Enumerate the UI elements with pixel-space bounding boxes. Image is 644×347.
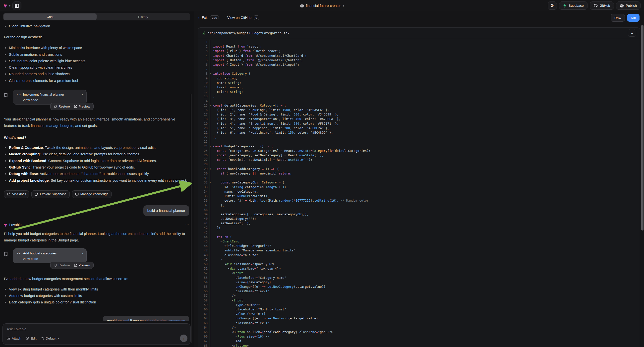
message-more-button[interactable]: ⋯ [185, 222, 189, 227]
preview-button[interactable]: Preview [74, 263, 90, 267]
line-number: 41 [198, 221, 210, 226]
exit-button[interactable]: ‹ Exit ESC [198, 16, 219, 20]
view-code-link[interactable]: View code [23, 98, 83, 102]
chat-scrollbar[interactable] [191, 94, 192, 343]
fold-toggle-icon[interactable]: ∨ [210, 144, 211, 148]
code-line: 42 }; [198, 226, 640, 230]
bookmark-icon[interactable] [4, 248, 13, 258]
bullet-item: Add project knowledge: Set key context o… [4, 177, 189, 184]
fold-toggle-icon[interactable]: ∨ [210, 103, 211, 108]
code-line: 19 { id: '4', name: 'Entertainment', lim… [198, 122, 640, 126]
send-button[interactable]: ↑ [180, 334, 188, 342]
sliders-icon [41, 337, 44, 340]
code-panel-header: ‹ Exit ESC View on GitHub G Raw Diff [194, 12, 644, 24]
project-switcher[interactable]: financial-future-creator ▾ [300, 0, 344, 12]
model-selector[interactable]: Default ▾ [41, 336, 59, 340]
fold-toggle-icon[interactable]: ∨ [210, 180, 211, 185]
line-number: 20 [198, 126, 210, 130]
code-line: 40 setNewCategory(''); [198, 216, 640, 221]
file-header: src/components/budget/BudgetCategories.t… [198, 28, 640, 38]
view-code-link[interactable]: View code [23, 257, 83, 260]
line-number: 9 [198, 76, 210, 81]
code-icon: <> [17, 93, 21, 96]
chevron-right-icon: › [82, 252, 83, 255]
raw-toggle-button[interactable]: Raw [611, 14, 625, 22]
line-number: 59 [198, 303, 210, 307]
explore-supabase-button[interactable]: Explore Supabase [31, 190, 70, 198]
code-panel: ‹ Exit ESC View on GitHub G Raw Diff src… [194, 12, 644, 347]
code-editor[interactable]: 1 2import React from 'react';3import { P… [198, 38, 640, 347]
line-number: 49 [198, 258, 210, 262]
preview-button[interactable]: Preview [74, 104, 90, 108]
code-line: 8∨interface Category { [198, 72, 640, 76]
chat-scroll-area[interactable]: Clean, intuitive navigation For the desi… [0, 22, 193, 321]
code-line: 68 </Button> [198, 344, 640, 347]
line-number: 42 [198, 226, 210, 230]
bookmark-icon[interactable] [4, 90, 13, 98]
composer[interactable]: Ask Lovable... Attach Edit Default ▾ ↑ [2, 323, 191, 345]
manage-knowledge-button[interactable]: Manage knowledge [72, 190, 112, 198]
code-line: 2import React from 'react'; [198, 44, 640, 49]
edit-card-implement-financial-planner[interactable]: <> Implement financial planner › View co… [13, 90, 87, 104]
line-number: 67 [198, 339, 210, 343]
code-line: 31 [198, 176, 640, 180]
settings-button[interactable]: ⚙ [548, 2, 557, 10]
chevron-down-icon: ▾ [343, 4, 344, 8]
assistant-header: ♥ Lovable ⋯ [4, 222, 189, 228]
chat-panel: Chat History Clean, intuitive navigation… [0, 12, 194, 347]
fold-toggle-icon[interactable]: ∨ [210, 167, 211, 171]
attach-button[interactable]: Attach [7, 336, 21, 340]
line-number: 26 [198, 153, 210, 158]
composer-input[interactable]: Ask Lovable... [7, 327, 187, 331]
line-number: 11 [198, 85, 210, 90]
fold-toggle-icon[interactable]: ∨ [210, 72, 211, 76]
code-line: 5import { Button } from '@/components/ui… [198, 58, 640, 62]
edit-card-add-budget-categories[interactable]: <> Add budget categories › View code [13, 248, 87, 263]
chevron-down-icon[interactable]: ▾ [9, 4, 10, 8]
github-button[interactable]: GitHub [590, 2, 614, 10]
line-number: 61 [198, 312, 210, 316]
bullet-item: Rounded corners and subtle shadows [4, 71, 189, 77]
tab-chat[interactable]: Chat [4, 14, 96, 20]
tab-history[interactable]: History [96, 14, 190, 20]
chat-bubble-icon [34, 192, 38, 196]
bullet-item: Glass-morphic elements for a premium fee… [4, 78, 189, 84]
line-number: 50 [198, 262, 210, 266]
publish-button[interactable]: Publish [616, 2, 640, 10]
bullet-item: Clean typography with clear hierarchies [4, 64, 189, 71]
bullet-item: Master Prompting: Use clear, detailed, a… [4, 151, 189, 157]
code-line: 12 color: string; [198, 90, 640, 94]
bullet-item: Debug with Ease: Activate our experiment… [4, 170, 189, 177]
line-number: 40 [198, 216, 210, 221]
code-line: 16 { id: '1', name: 'Housing', limit: 15… [198, 108, 640, 112]
line-number: 60 [198, 307, 210, 312]
code-line: 46 title="Budget Categories" [198, 244, 640, 248]
toggle-sidebar-button[interactable] [12, 2, 22, 10]
supabase-button[interactable]: Supabase [559, 2, 588, 10]
edit-mode-button[interactable]: Edit [26, 336, 36, 340]
code-line: 7 [198, 67, 640, 72]
code-line: 50 <div className="space-y-6"> [198, 262, 640, 266]
view-on-github-link[interactable]: View on GitHub G [227, 16, 259, 20]
visit-docs-button[interactable]: Visit docs [4, 190, 29, 198]
collapse-file-button[interactable]: ▲ [628, 29, 636, 36]
code-line: 51 <div className="flex gap-4"> [198, 266, 640, 271]
lovable-logo-icon[interactable]: ♥ [4, 3, 7, 9]
added-bullet-list: View existing budget categories with the… [4, 286, 189, 306]
code-line: 65 <Button onClick={handleAddCategory} c… [198, 330, 640, 334]
restore-button[interactable]: Restore [54, 263, 70, 267]
code-line: 37 }; [198, 203, 640, 207]
file-path[interactable]: src/components/budget/BudgetCategories.t… [208, 31, 290, 35]
line-number: 55 [198, 284, 210, 289]
code-line: 26 const [newCategory, setNewCategory] =… [198, 153, 640, 158]
code-line: 15∨const defaultCategories: Category[] =… [198, 103, 640, 108]
restore-icon [54, 105, 57, 108]
chevron-left-icon: ‹ [198, 16, 200, 20]
bullet-item: Expand with Backend: Connect Supabase to… [4, 158, 189, 164]
window-scrollbar[interactable] [641, 25, 644, 230]
diff-toggle-button[interactable]: Diff [627, 14, 640, 22]
code-line: 44 return ( [198, 235, 640, 239]
restore-button[interactable]: Restore [54, 104, 70, 108]
app-window: ♥ ▾ financial-future-creator ▾ ⚙ Supabas… [0, 0, 644, 347]
code-line: 49 > [198, 258, 640, 262]
